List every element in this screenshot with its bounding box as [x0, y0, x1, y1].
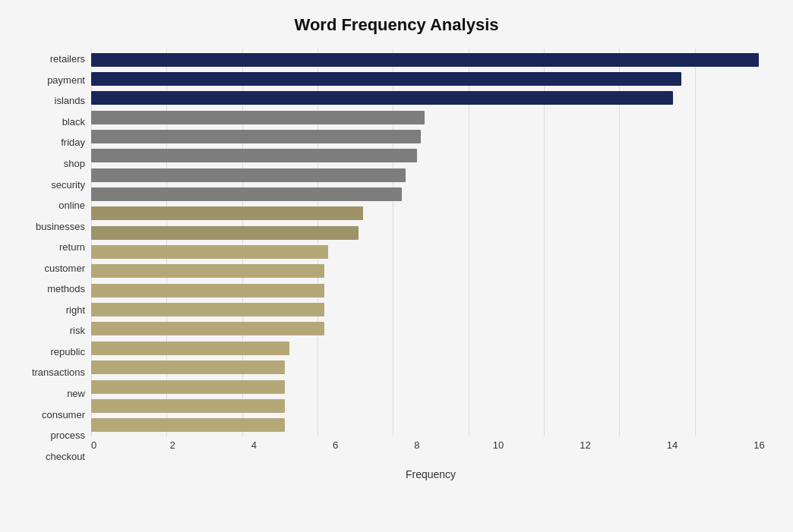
bar [91, 130, 421, 143]
bar [91, 53, 759, 67]
bar-row [91, 301, 770, 318]
bar [91, 187, 402, 201]
bar [91, 303, 324, 316]
bar [91, 226, 359, 240]
x-tick-label: 8 [414, 439, 419, 451]
bar-row [91, 398, 770, 414]
bar-row [91, 282, 770, 299]
bar [91, 149, 417, 162]
y-label: businesses [36, 222, 85, 231]
y-label: retailers [50, 54, 85, 64]
y-label: republic [50, 347, 85, 357]
y-label: online [58, 200, 85, 210]
y-label: islands [55, 96, 85, 105]
x-tick-labels: 0246810121416 [91, 439, 770, 451]
bar [91, 399, 285, 413]
bar [91, 206, 363, 220]
y-labels: retailerspaymentislandsblackfridayshopse… [23, 49, 91, 467]
bar-row [91, 417, 770, 433]
bar [91, 111, 425, 124]
x-tick-label: 16 [754, 439, 764, 451]
bars-area [91, 49, 770, 436]
y-label: consumer [42, 410, 85, 420]
bars-wrapper [91, 49, 770, 436]
y-label: new [67, 389, 85, 398]
x-tick-label: 12 [580, 439, 590, 451]
y-label: payment [47, 75, 85, 85]
bar-row [91, 225, 770, 241]
y-label: methods [47, 284, 85, 294]
bar-row [91, 147, 770, 164]
x-tick-label: 4 [251, 439, 257, 451]
y-label: customer [45, 263, 85, 273]
bar-row [91, 128, 770, 145]
x-tick-label: 6 [333, 439, 338, 451]
x-tick-label: 10 [493, 439, 504, 451]
chart-container: Word Frequency Analysis retailerspayment… [0, 0, 793, 532]
y-label: right [66, 305, 85, 315]
bar [91, 264, 324, 278]
bar [91, 322, 324, 335]
bar [91, 72, 681, 86]
y-label: friday [61, 137, 85, 147]
chart-title: Word Frequency Analysis [23, 15, 770, 35]
bar-row [91, 71, 770, 87]
bar-row [91, 244, 770, 260]
bar-row [91, 90, 770, 106]
bar-row [91, 205, 770, 222]
bar [91, 168, 406, 182]
bar-row [91, 263, 770, 279]
bar [91, 245, 328, 259]
y-label: process [50, 430, 85, 440]
chart-area: retailerspaymentislandsblackfridayshopse… [23, 49, 770, 467]
bar-row [91, 379, 770, 395]
bar [91, 360, 285, 374]
bar-row [91, 340, 770, 357]
bar [91, 91, 673, 105]
bar-row [91, 186, 770, 203]
y-label: transactions [32, 367, 85, 377]
x-tick-label: 0 [91, 439, 96, 451]
y-label: risk [70, 326, 85, 335]
x-axis: 0246810121416 Frequency [91, 436, 770, 467]
x-axis-label: Frequency [406, 468, 456, 480]
y-label: black [62, 117, 85, 127]
bars-and-xaxis: 0246810121416 Frequency [91, 49, 770, 467]
bar-row [91, 320, 770, 337]
bar [91, 342, 289, 355]
bar-row [91, 109, 770, 126]
y-label: checkout [46, 452, 85, 461]
y-label: security [51, 180, 85, 190]
y-label: shop [64, 159, 85, 168]
y-label: return [59, 242, 85, 252]
bar [91, 380, 285, 394]
x-tick-label: 14 [667, 439, 678, 451]
bar-row [91, 359, 770, 376]
bar-row [91, 52, 770, 68]
x-tick-label: 2 [170, 439, 175, 451]
bar [91, 418, 285, 432]
bar-row [91, 167, 770, 184]
bar [91, 284, 324, 297]
